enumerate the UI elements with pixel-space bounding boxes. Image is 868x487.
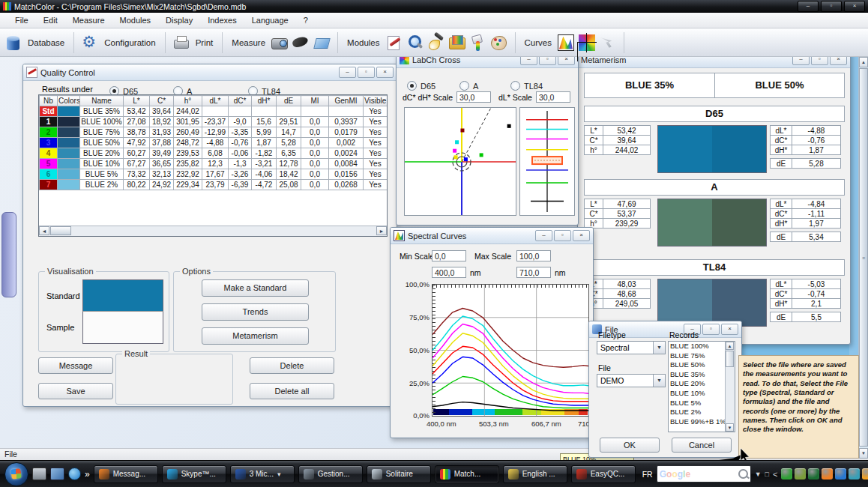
paintbrush-icon[interactable]: [427, 34, 445, 52]
taskbar-button-messag[interactable]: Messag...: [94, 465, 158, 483]
minimize-button[interactable]: –: [798, 1, 819, 12]
min-scale-input[interactable]: 0,0: [432, 250, 466, 261]
window-title-bar[interactable]: Quality Control – ▫ ×: [23, 64, 397, 81]
column-header[interactable]: dC*: [229, 96, 252, 106]
table-row[interactable]: 2BLUE 75%38,7831,93260,49-12,99-3,355,99…: [40, 127, 388, 138]
color-folder-icon[interactable]: [448, 34, 466, 52]
close-button[interactable]: ×: [721, 324, 738, 335]
radio-d65[interactable]: D65: [407, 79, 435, 92]
menu-indexes[interactable]: Indexes: [200, 14, 244, 26]
internet-explorer-icon[interactable]: [68, 468, 81, 480]
taskbar-button-easyqc[interactable]: EasyQC...: [571, 465, 636, 483]
chevron-down-icon[interactable]: ▼: [653, 375, 665, 387]
tray-browser-icon[interactable]: [835, 468, 846, 480]
row-number[interactable]: 3: [40, 138, 58, 148]
menu-display[interactable]: Display: [158, 14, 200, 26]
file-select[interactable]: DEMO ▼: [597, 374, 666, 387]
table-row[interactable]: 1BLUE 100%27,0818,92301,95-23,37-9,015,6…: [40, 117, 388, 127]
minimize-button[interactable]: –: [339, 67, 356, 78]
configuration-button[interactable]: Configuration: [104, 38, 155, 47]
filetype-select[interactable]: Spectral ▼: [597, 341, 666, 354]
app-title-bar[interactable]: MatchColor - C:\Program Files\Simex\Mix2…: [0, 0, 868, 13]
to-nm-input[interactable]: 710,0: [516, 267, 551, 278]
gear-icon[interactable]: [81, 34, 99, 52]
table-row[interactable]: 4BLUE 20%60,2739,49239,536,08-0,06-1,826…: [40, 148, 388, 159]
scroll-left-button[interactable]: ◄: [39, 226, 49, 235]
ok-button[interactable]: OK: [600, 438, 660, 453]
menu-file[interactable]: File: [7, 14, 36, 26]
column-header[interactable]: h°: [174, 96, 202, 106]
taskbar-button-skype[interactable]: Skype™...: [162, 465, 226, 483]
taskbar-button-gestion[interactable]: Gestion...: [298, 465, 363, 483]
minimize-button[interactable]: –: [535, 230, 552, 241]
column-header[interactable]: GenMI: [329, 96, 364, 106]
table-row[interactable]: StdBLUE 35%53,4239,64244,02Yes: [40, 106, 388, 117]
table-row[interactable]: 7BLUE 2%80,2224,92229,3423,79-6,39-4,722…: [40, 180, 388, 190]
camera-icon[interactable]: [271, 34, 289, 52]
column-header[interactable]: dE: [277, 96, 301, 106]
color-cross-icon[interactable]: [578, 34, 596, 52]
scroll-up-button[interactable]: ▲: [859, 57, 868, 67]
scrollbar-thumb[interactable]: [50, 226, 71, 235]
column-header[interactable]: Colors: [58, 96, 80, 106]
metamerism-button[interactable]: Metamerism: [202, 327, 309, 345]
paint-pour-icon[interactable]: [469, 34, 487, 52]
print-icon[interactable]: [172, 34, 190, 52]
tray-grid-icon[interactable]: [781, 468, 792, 480]
dl-scale-plot[interactable]: [519, 107, 575, 216]
labch-plot[interactable]: [404, 107, 516, 216]
list-scrollbar[interactable]: ▲ ▼: [725, 342, 735, 432]
radio-a[interactable]: A: [459, 79, 478, 92]
row-number[interactable]: 2: [40, 127, 58, 138]
row-number[interactable]: 1: [40, 117, 58, 127]
column-header[interactable]: Nb: [40, 96, 58, 106]
cursor-arrow-icon[interactable]: [599, 34, 617, 52]
dl-scale-input[interactable]: 30,0: [536, 91, 570, 103]
message-button[interactable]: Message: [38, 357, 113, 374]
scrollbar-thumb[interactable]: [726, 351, 734, 367]
tray-sync-icon[interactable]: [849, 468, 860, 480]
taskbar-button-3-mic[interactable]: 3 Mic...▾: [230, 465, 295, 483]
calibration-panel-icon[interactable]: [313, 34, 331, 52]
column-header[interactable]: dH*: [252, 96, 277, 106]
column-header[interactable]: MI: [301, 96, 329, 106]
window-title-bar[interactable]: Spectral Curves – ▫ ×: [391, 228, 593, 244]
row-number[interactable]: Std: [40, 106, 58, 117]
row-number[interactable]: 7: [40, 180, 58, 190]
restore-button[interactable]: ▫: [358, 67, 375, 78]
cancel-button[interactable]: Cancel: [672, 438, 732, 453]
chevron-down-icon[interactable]: ▾: [277, 471, 281, 478]
spectral-plot[interactable]: BLUE 10% x=650,0 nm y=18%: [432, 284, 589, 417]
menu-modules[interactable]: Modules: [112, 14, 159, 26]
taskbar-button-solitaire[interactable]: Solitaire: [367, 465, 431, 483]
google-search-box[interactable]: Google: [657, 465, 751, 483]
tray-leaf-icon[interactable]: [795, 468, 806, 480]
menu-language[interactable]: Language: [244, 14, 296, 26]
table-h-scrollbar[interactable]: ◄ ►: [39, 226, 387, 236]
restore-button[interactable]: ▫: [702, 324, 720, 335]
column-header[interactable]: dL*: [202, 96, 229, 106]
menu-help[interactable]: ?: [296, 14, 316, 26]
deskbar-window-icon[interactable]: □: [765, 471, 769, 478]
row-number[interactable]: 5: [40, 159, 58, 169]
table-row[interactable]: 3BLUE 50%47,9237,88248,72-4,88-0,761,875…: [40, 138, 388, 148]
show-desktop-icon[interactable]: [32, 468, 46, 480]
table-row[interactable]: 5BLUE 10%67,2736,65235,8212,3-1,3-3,2112…: [40, 159, 388, 169]
tray-globe-icon[interactable]: [808, 468, 819, 480]
tray-messenger-icon[interactable]: [822, 468, 833, 480]
tray-expand-chevron[interactable]: <: [773, 470, 777, 479]
menu-edit[interactable]: Edit: [36, 14, 65, 26]
save-button[interactable]: Save: [38, 383, 113, 399]
taskbar-button-english[interactable]: English ...: [503, 465, 567, 483]
palette-icon[interactable]: [490, 34, 508, 52]
table-row[interactable]: 6BLUE 5%73,3232,13232,9217,67-3,26-4,061…: [40, 169, 388, 180]
from-nm-input[interactable]: 400,0: [432, 267, 466, 278]
chevron-down-icon[interactable]: ▼: [653, 342, 665, 354]
tray-shield-icon[interactable]: [862, 468, 868, 480]
column-header[interactable]: L*: [124, 96, 150, 106]
scroll-down-button[interactable]: ▼: [859, 448, 868, 459]
records-list[interactable]: BLUE 100%BLUE 75%BLUE 50%BLUE 35%BLUE 20…: [668, 341, 735, 432]
mdi-vertical-scrollbar[interactable]: ▲ ≡ ▼: [858, 57, 868, 459]
make-standard-button[interactable]: Make a Standard: [202, 279, 309, 297]
taskbar-button-match[interactable]: Match...: [435, 465, 499, 483]
